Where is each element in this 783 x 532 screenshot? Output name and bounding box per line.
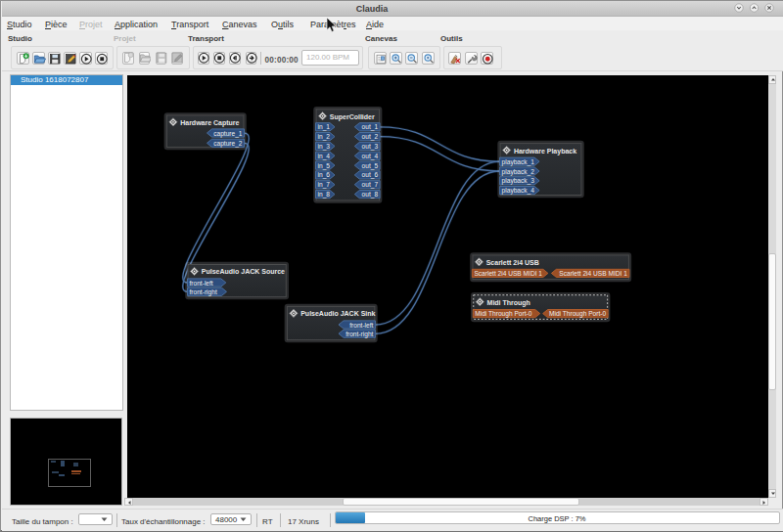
svg-text:PulseAudio JACK Sink: PulseAudio JACK Sink [300, 310, 375, 317]
svg-text:playback_2: playback_2 [502, 167, 535, 175]
svg-text:capture_1: capture_1 [213, 129, 243, 137]
svg-text:in_6: in_6 [318, 171, 331, 179]
svg-text:out_3: out_3 [362, 142, 379, 150]
svg-text:out_2: out_2 [362, 133, 379, 141]
svg-text:out_7: out_7 [362, 181, 379, 189]
svg-text:Midi Through Port-0: Midi Through Port-0 [475, 310, 531, 318]
svg-text:capture_2: capture_2 [213, 139, 243, 147]
svg-text:in_4: in_4 [318, 152, 331, 159]
svg-text:front-left: front-left [190, 279, 213, 286]
svg-text:Scarlett 2i4 USB MIDI 1: Scarlett 2i4 USB MIDI 1 [474, 269, 542, 276]
svg-text:Midi Through: Midi Through [487, 298, 530, 306]
svg-text:out_5: out_5 [362, 161, 379, 169]
svg-text:playback_1: playback_1 [502, 157, 535, 165]
svg-text:out_6: out_6 [362, 171, 379, 179]
svg-text:playback_4: playback_4 [502, 187, 535, 195]
svg-text:in_3: in_3 [318, 142, 331, 150]
svg-text:front-right: front-right [345, 330, 373, 337]
svg-text:playback_3: playback_3 [502, 177, 535, 185]
svg-text:front-left: front-left [349, 321, 373, 328]
svg-text:Hardware Capture: Hardware Capture [180, 118, 239, 126]
svg-text:Hardware Playback: Hardware Playback [514, 147, 576, 155]
svg-text:out_4: out_4 [362, 152, 379, 159]
svg-text:Midi Through Port-0: Midi Through Port-0 [549, 310, 606, 318]
svg-text:SuperCollider: SuperCollider [330, 112, 375, 120]
svg-text:in_2: in_2 [318, 133, 331, 141]
svg-text:Scarlett 2i4 USB: Scarlett 2i4 USB [486, 258, 539, 265]
svg-text:in_1: in_1 [318, 123, 331, 131]
svg-text:in_8: in_8 [318, 191, 331, 199]
svg-text:in_5: in_5 [318, 161, 331, 169]
svg-text:Scarlett 2i4 USB MIDI 1: Scarlett 2i4 USB MIDI 1 [559, 269, 627, 276]
svg-text:PulseAudio JACK Source: PulseAudio JACK Source [202, 268, 285, 275]
svg-text:out_8: out_8 [362, 191, 379, 199]
svg-text:out_1: out_1 [362, 123, 379, 131]
svg-text:in_7: in_7 [318, 181, 331, 189]
svg-text:front-right: front-right [190, 288, 217, 295]
